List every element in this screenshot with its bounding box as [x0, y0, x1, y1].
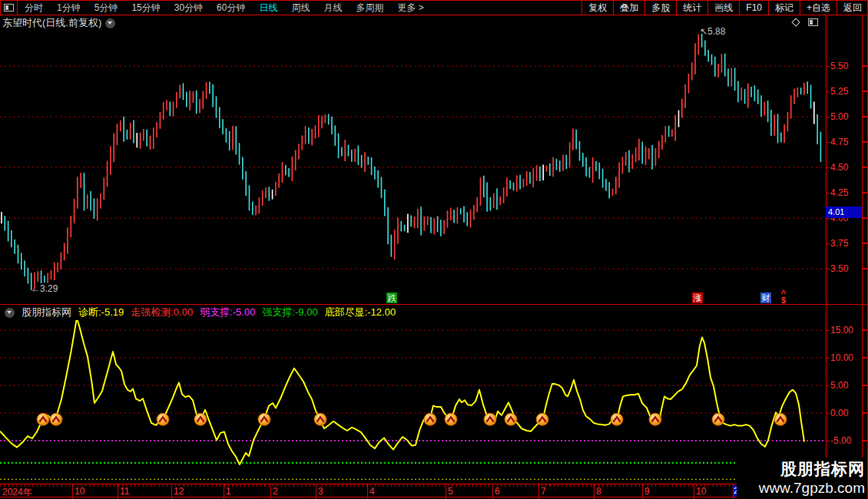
edge-tick [863, 91, 867, 92]
date-label: 7 [541, 486, 546, 497]
dollar-badge: ^$ [780, 290, 787, 304]
signal-marker [649, 413, 661, 425]
toolbar-button-统计[interactable]: 统计 [676, 1, 707, 15]
date-label: 4 [369, 486, 375, 497]
price-axis-label: 4.25 [830, 187, 861, 198]
toolbar-button-画线[interactable]: 画线 [707, 1, 739, 15]
timeframe-tab-1分钟[interactable]: 1分钟 [50, 1, 88, 15]
date-label: 1 [226, 486, 231, 497]
axis-tick [826, 91, 830, 92]
edge-tick [863, 192, 867, 193]
signal-marker [505, 413, 517, 425]
timeframe-tab-5分钟[interactable]: 5分钟 [88, 1, 125, 15]
high-annotation: ↖5.88 [700, 26, 725, 37]
signal-marker [424, 413, 436, 425]
axis-tick [826, 193, 830, 193]
edge-tick [863, 243, 867, 244]
panel-toggle-icon [4, 4, 14, 12]
signal-marker [536, 413, 548, 425]
indicator-chart[interactable] [0, 320, 826, 484]
signal-marker [611, 413, 623, 425]
indicator-header-item: 底部尽显:-12.00 [325, 306, 396, 319]
toolbar-button-+自选[interactable]: +自选 [800, 1, 837, 15]
toolbar-button-多股[interactable]: 多股 [644, 1, 676, 15]
timeframe-tab-60分钟[interactable]: 60分钟 [210, 1, 252, 15]
indicator-header-item: 走强检测:0.00 [131, 306, 193, 319]
edge-tick [863, 329, 867, 331]
timeframe-tab-更多 >[interactable]: 更多 > [390, 1, 430, 15]
date-label: 2024年 [2, 486, 32, 499]
timeframe-tabs: 分时1分钟5分钟15分钟30分钟60分钟日线周线月线多周期更多 > [18, 1, 431, 15]
signal-marker [712, 413, 724, 425]
candlestick-chart[interactable] [0, 15, 826, 305]
edge-tick [863, 217, 867, 219]
indicator-header-item: 股朋指标网 [22, 306, 71, 319]
toolbar-button-标记[interactable]: 标记 [768, 1, 800, 15]
toolbar-button-复权[interactable]: 复权 [581, 1, 613, 15]
signal-marker [258, 413, 270, 425]
signal-marker [484, 413, 496, 425]
marker-badge-财: 财 [760, 292, 771, 303]
edge-tick [863, 357, 867, 359]
timeframe-tab-15分钟[interactable]: 15分钟 [124, 1, 167, 15]
signal-marker [157, 413, 169, 425]
edge-tick [863, 167, 867, 168]
indicator-chevron-icon[interactable] [5, 308, 15, 318]
date-label: 9 [644, 486, 650, 497]
edge-tick [863, 412, 867, 414]
date-label: 10 [75, 486, 84, 497]
indicator-axis-label: 5.00 [830, 380, 861, 391]
timeframe-tab-分时[interactable]: 分时 [18, 1, 50, 15]
axis-tick [826, 441, 830, 441]
timeframe-tab-30分钟[interactable]: 30分钟 [167, 1, 210, 15]
axis-tick [826, 218, 830, 219]
date-separator [492, 484, 493, 497]
toolbar-right-buttons: 复权叠加多股统计画线F10标记+自选返回 [581, 1, 868, 15]
price-axis-label: 5.50 [830, 61, 861, 71]
timeframe-tab-月线[interactable]: 月线 [316, 1, 349, 15]
axis-tick [826, 413, 830, 414]
watermark-url: www.7gpzb.com [737, 479, 865, 497]
date-label: 8 [596, 486, 601, 497]
date-separator [594, 484, 595, 497]
toolbar-button-叠加[interactable]: 叠加 [613, 1, 644, 15]
indicator-header-item: 强支撑:-9.00 [262, 306, 317, 319]
edge-tick [863, 116, 867, 117]
date-separator [171, 484, 172, 497]
date-label: 11 [120, 486, 129, 497]
watermark: 股朋指标网 www.7gpzb.com [737, 458, 867, 499]
date-label: 6 [495, 486, 500, 497]
price-axis-label: 3.50 [830, 263, 861, 274]
marker-badge-涨: 涨 [692, 292, 703, 303]
toolbar-button-F10[interactable]: F10 [739, 1, 768, 15]
toolbar-spacer [431, 1, 582, 15]
toolbar-button-返回[interactable]: 返回 [837, 1, 868, 15]
edge-tick [863, 440, 867, 441]
axis-tick [826, 167, 830, 168]
axis-tick [826, 385, 830, 386]
timeframe-tab-日线[interactable]: 日线 [252, 1, 284, 15]
trading-app-window: 分时1分钟5分钟15分钟30分钟60分钟日线周线月线多周期更多 > 复权叠加多股… [0, 0, 868, 499]
date-separator [367, 484, 368, 497]
date-label: 10 [696, 486, 706, 497]
current-price-tag: 4.01 [826, 207, 862, 218]
low-annotation: ←3.29 [31, 283, 58, 294]
axis-tick [826, 330, 830, 331]
indicator-header-item: 弱支撑:-5.00 [200, 306, 255, 319]
watermark-site-name: 股朋指标网 [737, 459, 865, 479]
axis-tick [826, 117, 830, 117]
date-separator [72, 484, 73, 497]
indicator-header: 股朋指标网诊断:-5.19走强检测:0.00弱支撑:-5.00强支撑:-9.00… [0, 305, 826, 320]
panel-toggle-button[interactable] [1, 1, 18, 15]
edge-tick [863, 65, 867, 67]
date-separator [446, 484, 446, 497]
date-separator [642, 484, 643, 497]
timeframe-tab-多周期[interactable]: 多周期 [349, 1, 390, 15]
marker-badge-跌: 跌 [386, 292, 397, 303]
axis-tick [826, 142, 830, 143]
timeframe-tab-周线[interactable]: 周线 [284, 1, 316, 15]
date-separator [538, 484, 539, 497]
signal-marker [774, 413, 787, 425]
signal-marker [50, 413, 62, 425]
axis-tick [826, 66, 830, 67]
